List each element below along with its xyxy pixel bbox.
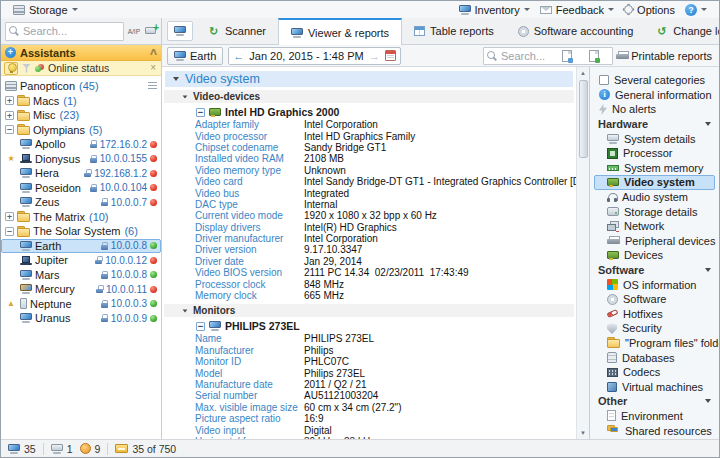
scroll-down-icon[interactable]: ▼ [577,427,590,439]
filter-icon[interactable] [22,64,31,73]
highlight-toggle-button[interactable] [4,62,18,75]
category-item-peripheral-devices[interactable]: Peripheral devices [594,234,715,249]
collapse-category-icon[interactable] [705,122,711,126]
category-section-software[interactable]: Software [594,263,715,278]
online-status-assistant[interactable]: Online status × [1,61,161,76]
tree-display-options-icon[interactable] [148,82,157,90]
sidebar-search-input[interactable] [5,22,124,41]
tab-viewer-reports[interactable]: Viewer & reports [278,18,402,45]
category-item-label: Software [623,293,666,305]
sort-by-name-ip-icon[interactable]: A/IP [128,27,140,36]
next-snapshot-icon[interactable]: → [369,48,380,64]
vertical-scrollbar[interactable]: ▲ ▼ [576,67,589,439]
tree-expander-icon[interactable]: + [5,111,14,120]
category-item-audio-system[interactable]: Audio system [594,190,715,205]
tree-item-misc[interactable]: +Misc(23) [1,108,161,123]
printable-reports-button[interactable]: Printable reports [614,50,714,62]
section-header-monitors[interactable]: Monitors [164,304,574,317]
tree-item-zeus[interactable]: Zeus10.0.0.7 [1,195,161,210]
feedback-menu[interactable]: Feedback [535,4,619,16]
category-item-general-information[interactable]: General information [594,88,715,103]
device-node-intel-hd-graphics-2000[interactable]: −Intel HD Graphics 2000 [162,105,576,119]
device-node-philips-273el[interactable]: −PHILIPS 273EL [162,319,576,333]
category-item-hotfixes[interactable]: Hotfixes [594,307,715,322]
category-item-storage-details[interactable]: Storage details [594,204,715,219]
category-item-security[interactable]: Security [594,321,715,336]
tree-item-jupiter[interactable]: Jupiter10.0.0.12 [1,253,161,268]
current-device-button[interactable]: Earth [167,47,223,65]
collapse-panel-icon[interactable]: ᐱ [150,48,157,57]
collapse-section-icon[interactable] [183,309,188,312]
tree-item-olympians[interactable]: −Olympians(5) [1,123,161,138]
folder-icon [17,124,30,135]
previous-snapshot-icon[interactable]: ← [233,48,244,64]
category-item-network[interactable]: Network [594,219,715,234]
collapse-category-icon[interactable] [705,399,711,403]
tree-item-dionysus[interactable]: ★Dionysus10.0.0.155 [1,152,161,167]
tree-item-earth[interactable]: Earth10.0.0.8 [1,239,161,254]
calendar-icon[interactable] [385,50,396,61]
category-item-several-categories[interactable]: Several categories [594,73,715,88]
category-section-hardware[interactable]: Hardware [594,117,715,132]
section-header-video-devices[interactable]: Video-devices [164,90,574,103]
tree-item-the-matrix[interactable]: +The Matrix(10) [1,210,161,225]
assistants-header[interactable]: Assistants ᐱ [1,45,161,61]
node-expander-icon[interactable]: − [196,322,205,331]
node-expander-icon[interactable]: − [196,108,205,117]
tree-expander-icon[interactable]: − [5,125,14,134]
category-item-video-system[interactable]: Video system [594,175,715,190]
report-title-band[interactable]: Video system [165,71,573,87]
tree-expander-icon[interactable]: − [5,227,14,236]
storage-menu[interactable]: Storage [8,1,83,18]
tab-change-log[interactable]: Change log [645,18,720,44]
options-button[interactable]: Options [619,4,680,16]
lock-icon [101,314,108,322]
property-row: Video BIOS version2111 PC 14.34 02/23/20… [162,267,576,278]
tree-item-label: Zeus [35,196,59,208]
device-view-button[interactable] [167,21,193,41]
property-label: DAC type [162,199,304,210]
category-item-devices[interactable]: Devices [594,248,715,263]
category-item-shared-resources[interactable]: Shared resources [594,423,715,438]
category-item-system-details[interactable]: System details [594,131,715,146]
category-item-environment[interactable]: Environment [594,409,715,424]
category-item-system-memory[interactable]: System memory [594,161,715,176]
category-section-other[interactable]: Other [594,394,715,409]
add-device-icon[interactable] [144,26,157,37]
inventory-menu[interactable]: Inventory [454,4,535,16]
category-item-program-files-folder[interactable]: "Program files" folder [594,336,715,351]
add-assistant-icon[interactable] [5,47,16,58]
close-icon[interactable]: × [150,63,158,73]
tree-item-mars[interactable]: Mars10.0.0.8 [1,268,161,283]
tree-item-panopticon[interactable]: Panopticon(45) [1,79,161,94]
tab-software-accounting[interactable]: Software accounting [506,18,646,44]
lock-icon [101,300,108,308]
category-item-processor[interactable]: Processor [594,146,715,161]
collapse-report-icon[interactable] [173,77,179,81]
help-menu[interactable]: ? [680,4,712,16]
scroll-up-icon[interactable]: ▲ [577,67,590,79]
tab-scanner[interactable]: Scanner [197,18,278,44]
category-item-databases[interactable]: Databases [594,350,715,365]
tab-table-reports[interactable]: Table reports [402,18,506,44]
category-item-codecs[interactable]: Codecs [594,365,715,380]
category-item-virtual-machines[interactable]: Virtual machines [594,379,715,394]
collapse-section-icon[interactable] [183,95,188,98]
scrollbar-thumb[interactable] [579,80,588,158]
tree-item-mercury[interactable]: Mercury10.0.0.11 [1,282,161,297]
category-item-os-information[interactable]: OS information [594,277,715,292]
tree-expander-icon[interactable]: + [5,212,14,221]
tree-item-hera[interactable]: Hera192.168.1.2 [1,166,161,181]
tree-expander-icon[interactable]: + [5,96,14,105]
category-item-software[interactable]: Software [594,292,715,307]
tree-item-neptune[interactable]: ▲Neptune10.0.0.3 [1,297,161,312]
lock-icon [90,155,97,163]
tree-item-apollo[interactable]: Apollo172.16.0.2 [1,137,161,152]
tree-item-the-solar-system[interactable]: −The Solar System(6) [1,224,161,239]
tree-item-uranus[interactable]: Uranus10.0.0.9 [1,311,161,326]
folder-icon [17,110,30,121]
tree-item-macs[interactable]: +Macs(1) [1,94,161,109]
collapse-category-icon[interactable] [705,268,711,272]
category-item-no-alerts[interactable]: No alerts [594,102,715,117]
tree-item-poseidon[interactable]: Poseidon10.0.0.104 [1,181,161,196]
